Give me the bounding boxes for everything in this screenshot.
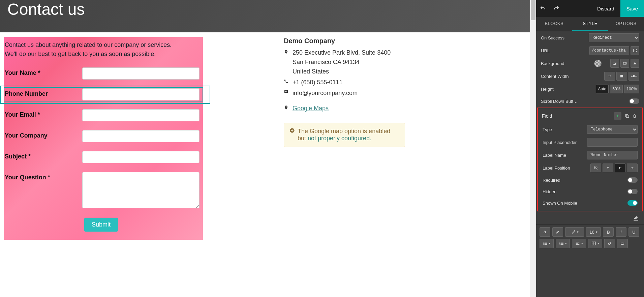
map-config-link[interactable]: not properly configured. <box>308 135 371 142</box>
field-type-select[interactable]: Telephone <box>587 125 638 134</box>
delete-field-button[interactable] <box>631 112 638 120</box>
align-button[interactable]: ▾ <box>572 239 586 248</box>
url-input[interactable] <box>589 46 629 55</box>
form-field-label: Your Question * <box>5 172 82 181</box>
svg-rect-16 <box>560 243 563 243</box>
scroll-down-toggle[interactable] <box>629 98 639 104</box>
background-label: Background <box>541 61 594 66</box>
type-label: Type <box>543 127 587 132</box>
svg-rect-10 <box>544 243 547 243</box>
discard-button[interactable]: Discard <box>591 0 620 17</box>
font-size-select[interactable]: 16▾ <box>586 227 601 237</box>
google-maps-link[interactable]: Google Maps <box>293 104 405 113</box>
on-success-select[interactable]: Redirect <box>589 33 639 42</box>
tab-style[interactable]: STYLE <box>572 17 608 31</box>
envelope-icon <box>284 90 291 94</box>
background-color-chip[interactable] <box>594 60 602 67</box>
height-auto-button[interactable]: Auto <box>596 85 609 93</box>
list-ul-button[interactable]: ▾ <box>540 239 554 248</box>
tab-options[interactable]: OPTIONS <box>608 17 644 31</box>
map-warning-alert: The Google map option is enabled but not… <box>284 123 405 147</box>
external-link-icon[interactable] <box>631 46 639 55</box>
table-button[interactable]: ▾ <box>588 239 602 248</box>
form-field-input[interactable] <box>82 172 200 208</box>
add-field-button[interactable] <box>614 112 621 120</box>
svg-rect-9 <box>544 242 547 242</box>
form-field[interactable]: Phone Number <box>4 88 203 101</box>
phone-icon <box>284 79 291 84</box>
url-label: URL <box>541 48 589 53</box>
font-color-button[interactable]: A <box>540 227 550 237</box>
redo-button[interactable] <box>550 0 563 17</box>
italic-button[interactable]: I <box>616 227 626 237</box>
label-pos-left-button[interactable] <box>615 164 625 172</box>
height-50-button[interactable]: 50% <box>610 85 623 93</box>
hero-section: Contact us <box>0 0 536 32</box>
width-full-button[interactable] <box>628 72 639 81</box>
form-field[interactable]: Your Email * <box>4 109 203 122</box>
style-panel[interactable]: On Success Redirect URL Background <box>536 31 644 297</box>
link-button[interactable] <box>604 239 615 248</box>
form-field-input[interactable] <box>82 67 200 80</box>
form-field-label: Your Name * <box>5 67 82 77</box>
label-pos-hidden-button[interactable] <box>590 164 601 172</box>
on-success-label: On Success <box>541 35 589 40</box>
form-field-input[interactable] <box>82 151 200 163</box>
underline-button[interactable]: U <box>628 227 639 237</box>
svg-point-12 <box>543 242 544 243</box>
svg-rect-15 <box>560 242 563 242</box>
background-video-button[interactable] <box>620 59 629 68</box>
form-field-input[interactable] <box>82 88 200 100</box>
form-field[interactable]: Your Question * <box>4 171 203 210</box>
label-name-label: Label Name <box>543 153 587 158</box>
background-image-button[interactable] <box>610 59 619 68</box>
form-field-label: Phone Number <box>5 88 82 97</box>
required-toggle[interactable] <box>627 177 638 183</box>
contact-form-block[interactable]: Contact us about anything related to our… <box>4 37 203 240</box>
svg-rect-17 <box>560 244 563 245</box>
svg-rect-19 <box>576 243 578 243</box>
content-width-label: Content Width <box>541 74 604 79</box>
company-email: info@yourcompany.com <box>293 89 405 98</box>
placeholder-label: Input Placeholder <box>543 140 587 145</box>
background-shape-button[interactable] <box>631 59 639 68</box>
duplicate-field-button[interactable] <box>623 112 631 120</box>
image-button[interactable] <box>617 239 628 248</box>
bold-button[interactable]: B <box>603 227 614 237</box>
save-button[interactable]: Save <box>620 0 644 17</box>
undo-button[interactable] <box>536 0 550 17</box>
label-pos-top-button[interactable] <box>603 164 613 172</box>
width-normal-button[interactable] <box>616 72 627 81</box>
page-canvas[interactable]: Contact us Contact us about anything rel… <box>0 0 536 297</box>
submit-button[interactable]: Submit <box>84 218 118 232</box>
label-pos-right-button[interactable] <box>627 164 638 172</box>
company-phone: +1 (650) 555-0111 <box>293 78 405 87</box>
field-section-title: Field <box>542 113 614 119</box>
magic-button[interactable]: ▾ <box>565 227 584 237</box>
map-marker-icon <box>284 49 291 55</box>
width-narrow-button[interactable] <box>604 72 615 81</box>
hidden-toggle[interactable] <box>627 189 638 194</box>
address-line-3: United States <box>293 67 405 77</box>
height-100-button[interactable]: 100% <box>624 85 639 93</box>
editor-tabs: BLOCKS STYLE OPTIONS <box>536 17 644 31</box>
tab-blocks[interactable]: BLOCKS <box>536 17 572 31</box>
shown-mobile-toggle[interactable] <box>627 200 638 206</box>
highlight-button[interactable] <box>552 227 563 237</box>
svg-point-14 <box>543 244 544 245</box>
canvas-scrollbar[interactable] <box>530 0 536 297</box>
clear-style-button[interactable] <box>632 214 640 222</box>
required-label: Required <box>543 178 627 183</box>
svg-rect-18 <box>576 242 579 242</box>
placeholder-input[interactable] <box>587 138 638 147</box>
svg-point-2 <box>614 63 615 63</box>
form-field[interactable]: Your Name * <box>4 67 203 80</box>
form-field[interactable]: Subject * <box>4 150 203 164</box>
form-field-input[interactable] <box>82 130 200 142</box>
label-name-input[interactable] <box>587 151 638 159</box>
hidden-label: Hidden <box>543 189 627 194</box>
list-check-button[interactable]: ▾ <box>556 239 570 248</box>
form-field[interactable]: Your Company <box>4 129 203 143</box>
company-name: Demo Company <box>284 37 405 45</box>
form-field-input[interactable] <box>82 109 200 121</box>
